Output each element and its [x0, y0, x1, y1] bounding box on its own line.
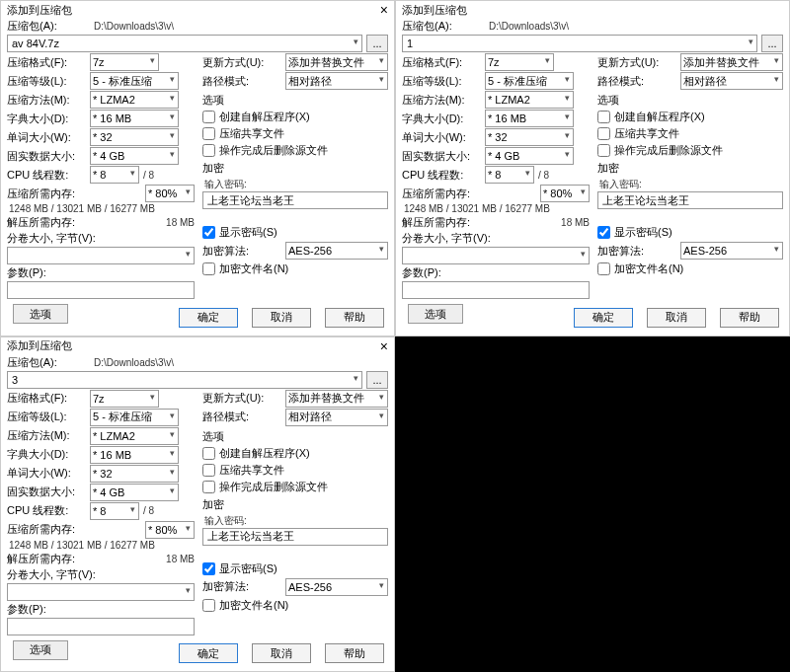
level-select[interactable] [90, 72, 179, 90]
encnames-checkbox[interactable]: 加密文件名(N) [597, 261, 783, 276]
split-label: 分卷大小, 字节(V): [7, 231, 96, 246]
update-select[interactable] [285, 390, 388, 408]
params-label: 参数(P): [7, 265, 86, 280]
close-icon[interactable]: × [380, 3, 388, 17]
method-label: 压缩方法(M): [7, 93, 86, 108]
pathmode-label: 路径模式: [202, 74, 281, 89]
solid-select[interactable] [90, 484, 179, 501]
format-select[interactable] [90, 390, 159, 408]
shared-checkbox[interactable]: 压缩共享文件 [202, 463, 388, 478]
update-select[interactable] [680, 53, 783, 71]
cancel-button[interactable]: 取消 [252, 308, 311, 328]
threads-select[interactable] [485, 166, 534, 184]
enc-section: 加密 [597, 161, 783, 176]
mem-c-label: 压缩所需内存: [402, 187, 481, 201]
pathmode-select[interactable] [680, 72, 783, 90]
encmethod-select[interactable] [285, 242, 388, 260]
shared-checkbox[interactable]: 压缩共享文件 [202, 126, 388, 141]
cancel-button[interactable]: 取消 [647, 308, 706, 328]
password-input[interactable] [202, 528, 388, 546]
method-select[interactable] [485, 91, 574, 109]
sfx-checkbox[interactable]: 创建自解压程序(X) [202, 446, 388, 461]
level-select[interactable] [90, 409, 179, 426]
archive-name-input[interactable] [7, 371, 362, 389]
delafter-checkbox[interactable]: 操作完成后删除源文件 [202, 143, 388, 158]
delafter-label: 操作完成后删除源文件 [219, 143, 328, 158]
word-select[interactable] [90, 128, 179, 146]
mem-d-value: 18 MB [166, 554, 195, 564]
threads-select[interactable] [90, 166, 139, 184]
params-label: 参数(P): [7, 602, 86, 617]
help-button[interactable]: 帮助 [325, 643, 384, 663]
close-icon[interactable]: × [380, 339, 388, 353]
showpwd-checkbox[interactable]: 显示密码(S) [202, 561, 388, 576]
method-select[interactable] [90, 91, 179, 109]
ok-button[interactable]: 确定 [179, 643, 238, 663]
params-input[interactable] [402, 281, 590, 299]
encnames-label: 加密文件名(N) [614, 261, 683, 276]
dialog-pane-1: 添加到压缩包 × 压缩包(A): D:\Downloads\3\v\ ... 压… [395, 0, 790, 336]
encmethod-select[interactable] [285, 578, 388, 596]
pwd-label: 输入密码: [202, 178, 388, 191]
archive-path: D:\Downloads\3\v\ [485, 21, 569, 32]
mem-d-label: 解压所需内存: [7, 552, 86, 566]
delafter-checkbox[interactable]: 操作完成后删除源文件 [597, 143, 783, 158]
dict-select[interactable] [90, 110, 179, 127]
update-select[interactable] [285, 53, 388, 71]
showpwd-label: 显示密码(S) [219, 561, 277, 576]
update-label: 更新方式(U): [597, 55, 676, 70]
level-label: 压缩等级(L): [7, 74, 86, 89]
solid-select[interactable] [485, 147, 574, 165]
shared-checkbox[interactable]: 压缩共享文件 [597, 126, 783, 141]
browse-button[interactable]: ... [761, 35, 783, 52]
format-select[interactable] [90, 53, 159, 71]
dialog-pane-0: 添加到压缩包 × 压缩包(A): D:\Downloads\3\v\ ... 压… [0, 0, 395, 336]
mem-pct-select[interactable] [145, 185, 195, 202]
encmethod-label: 加密算法: [597, 244, 676, 259]
split-label: 分卷大小, 字节(V): [402, 231, 491, 246]
browse-button[interactable]: ... [366, 35, 388, 52]
dict-select[interactable] [90, 446, 179, 464]
showpwd-checkbox[interactable]: 显示密码(S) [597, 225, 783, 240]
dict-select[interactable] [485, 110, 574, 127]
password-input[interactable] [202, 191, 388, 209]
level-select[interactable] [485, 72, 574, 90]
split-input[interactable] [402, 247, 590, 264]
ok-button[interactable]: 确定 [574, 308, 633, 328]
mem-pct-select[interactable] [540, 185, 590, 202]
method-select[interactable] [90, 427, 179, 445]
encnames-checkbox[interactable]: 加密文件名(N) [202, 598, 388, 613]
ok-button[interactable]: 确定 [179, 308, 238, 328]
solid-label: 固实数据大小: [402, 149, 481, 164]
pathmode-select[interactable] [285, 72, 388, 90]
encnames-label: 加密文件名(N) [219, 261, 288, 276]
encmethod-select[interactable] [680, 242, 783, 260]
browse-button[interactable]: ... [366, 371, 388, 389]
mem-pct-select[interactable] [145, 521, 195, 539]
threads-select[interactable] [90, 502, 139, 520]
archive-name-input[interactable] [7, 35, 362, 52]
archive-name-input[interactable] [402, 35, 757, 52]
params-input[interactable] [7, 281, 195, 299]
split-input[interactable] [7, 247, 195, 264]
solid-select[interactable] [90, 147, 179, 165]
cancel-button[interactable]: 取消 [252, 643, 311, 663]
threads-label: CPU 线程数: [402, 168, 481, 183]
format-select[interactable] [485, 53, 554, 71]
delafter-checkbox[interactable]: 操作完成后删除源文件 [202, 480, 388, 494]
delafter-label: 操作完成后删除源文件 [614, 143, 723, 158]
help-button[interactable]: 帮助 [325, 308, 384, 328]
word-select[interactable] [485, 128, 574, 146]
mem-c-value: 1248 MB / 13021 MB / 16277 MB [7, 540, 155, 551]
threads-max: / 8 [143, 505, 154, 516]
sfx-checkbox[interactable]: 创建自解压程序(X) [202, 110, 388, 124]
sfx-checkbox[interactable]: 创建自解压程序(X) [597, 110, 783, 124]
password-input[interactable] [597, 191, 783, 209]
pathmode-select[interactable] [285, 409, 388, 426]
help-button[interactable]: 帮助 [720, 308, 779, 328]
showpwd-checkbox[interactable]: 显示密码(S) [202, 225, 388, 240]
params-input[interactable] [7, 618, 195, 635]
word-select[interactable] [90, 465, 179, 483]
encnames-checkbox[interactable]: 加密文件名(N) [202, 261, 388, 276]
split-input[interactable] [7, 583, 195, 601]
